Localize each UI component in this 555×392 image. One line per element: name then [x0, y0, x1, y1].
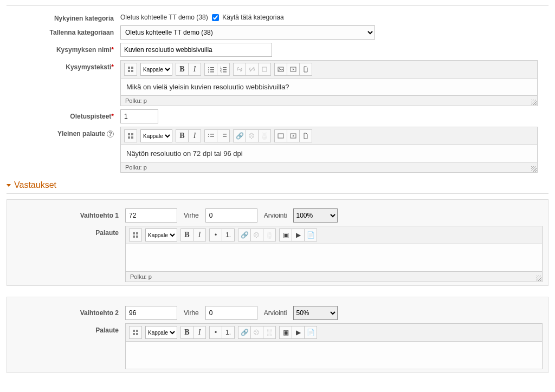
- svg-rect-31: [278, 134, 283, 138]
- default-points-field: [120, 109, 548, 123]
- media-icon[interactable]: ▶: [292, 326, 305, 339]
- svg-rect-29: [223, 134, 227, 135]
- label-grade2: Arviointi: [262, 309, 289, 317]
- label-question-text: Kysymysteksti*: [7, 60, 120, 71]
- choice1-error-input[interactable]: [205, 208, 257, 223]
- feedback2-body[interactable]: [126, 342, 542, 369]
- general-feedback-editor: Kappale BI 🔗⛒░ Näytön resoluutio on 72 d…: [120, 127, 538, 173]
- number-list-icon[interactable]: [217, 129, 230, 142]
- choice1-fields: Virhe Arviointi 100%: [125, 208, 544, 223]
- toolbar-expand-icon[interactable]: [129, 228, 142, 241]
- bold-icon[interactable]: B: [176, 63, 189, 76]
- bullet-list-icon[interactable]: [204, 63, 217, 76]
- question-name-field: [120, 43, 548, 57]
- file-icon[interactable]: 📄: [304, 228, 317, 241]
- toolbar-expand-icon[interactable]: [129, 326, 142, 339]
- image-icon[interactable]: [274, 129, 287, 142]
- anchor-icon[interactable]: ░: [258, 129, 271, 142]
- svg-rect-9: [210, 71, 214, 73]
- label-save-category: Tallenna kategoriaan: [7, 25, 120, 36]
- general-feedback-body[interactable]: Näytön resoluutio on 72 dpi tai 96 dpi: [121, 145, 537, 162]
- link-icon[interactable]: 🔗: [238, 326, 251, 339]
- bullet-list-icon[interactable]: [204, 129, 217, 142]
- svg-rect-5: [210, 67, 214, 68]
- unlink-icon[interactable]: ⛒: [250, 326, 263, 339]
- number-list-icon[interactable]: 123: [217, 63, 230, 76]
- svg-point-4: [208, 67, 209, 68]
- unlink-icon[interactable]: ⛒: [250, 228, 263, 241]
- bullet-list-icon[interactable]: •: [209, 228, 222, 241]
- row-feedback2: Palaute Kappale BI •1. 🔗⛒░ ▣▶📄: [11, 323, 544, 369]
- media-icon[interactable]: ▶: [292, 228, 305, 241]
- bold-icon[interactable]: B: [180, 228, 193, 241]
- editor-path: Polku: p: [126, 271, 542, 282]
- bold-icon[interactable]: B: [176, 129, 189, 142]
- svg-rect-17: [262, 67, 267, 71]
- feedback2-field: Kappale BI •1. 🔗⛒░ ▣▶📄: [125, 323, 544, 369]
- toolbar-format-select[interactable]: Kappale: [140, 129, 172, 142]
- choice2-grade-select[interactable]: 50%: [293, 306, 338, 320]
- current-category-field: Oletus kohteelle TT demo (38) Käytä tätä…: [120, 11, 548, 21]
- row-save-category: Tallenna kategoriaan Oletus kohteelle TT…: [7, 25, 548, 40]
- svg-rect-7: [210, 69, 214, 70]
- image-icon[interactable]: [274, 63, 287, 76]
- save-category-select[interactable]: Oletus kohteelle TT demo (38): [120, 25, 375, 40]
- question-name-input[interactable]: [120, 43, 272, 57]
- label-error2: Virhe: [182, 309, 201, 317]
- label-current-category: Nykyinen kategoria: [7, 11, 120, 22]
- row-current-category: Nykyinen kategoria Oletus kohteelle TT d…: [7, 11, 548, 22]
- choice1-value-input[interactable]: [125, 208, 177, 223]
- number-list-icon[interactable]: 1.: [222, 228, 235, 241]
- image-icon[interactable]: ▣: [279, 228, 292, 241]
- unlink-icon[interactable]: ⛒: [246, 129, 259, 142]
- bullet-list-icon[interactable]: •: [209, 326, 222, 339]
- number-list-icon[interactable]: 1.: [222, 326, 235, 339]
- choice2-error-input[interactable]: [205, 306, 257, 320]
- unlink-icon[interactable]: [246, 63, 259, 76]
- file-icon[interactable]: [299, 63, 312, 76]
- svg-point-8: [208, 71, 209, 73]
- bold-icon[interactable]: B: [180, 326, 193, 339]
- svg-point-25: [208, 134, 209, 135]
- svg-rect-33: [133, 232, 135, 234]
- svg-rect-39: [133, 333, 135, 335]
- italic-icon[interactable]: I: [193, 326, 206, 339]
- feedback1-body[interactable]: [126, 244, 542, 271]
- anchor-icon[interactable]: [258, 63, 271, 76]
- link-icon[interactable]: 🔗: [238, 228, 251, 241]
- toolbar-format-select[interactable]: Kappale: [145, 228, 177, 241]
- feedback2-editor: Kappale BI •1. 🔗⛒░ ▣▶📄: [125, 323, 543, 369]
- link-icon[interactable]: 🔗: [233, 129, 246, 142]
- toolbar-expand-icon[interactable]: [124, 63, 137, 76]
- image-icon[interactable]: ▣: [279, 326, 292, 339]
- question-text-editor: Kappale B I 123: [120, 60, 538, 106]
- toolbar-expand-icon[interactable]: [124, 129, 137, 142]
- anchor-icon[interactable]: ░: [263, 326, 276, 339]
- question-text-body[interactable]: Mikä on vielä yleisin kuvien resoluutio …: [121, 79, 537, 95]
- media-icon[interactable]: [287, 129, 300, 142]
- svg-rect-13: [223, 69, 227, 70]
- label-default-points: Oletuspisteet*: [7, 109, 120, 120]
- section-answers-header[interactable]: Vastaukset: [7, 180, 548, 190]
- current-category-value: Oletus kohteelle TT demo (38): [120, 14, 208, 21]
- default-points-input[interactable]: [120, 109, 158, 123]
- media-icon[interactable]: [287, 63, 300, 76]
- toolbar-format-select[interactable]: Kappale: [145, 326, 177, 339]
- choice1-grade-select[interactable]: 100%: [293, 208, 338, 223]
- italic-icon[interactable]: I: [193, 228, 206, 241]
- italic-icon[interactable]: I: [188, 129, 201, 142]
- svg-rect-2: [128, 70, 130, 72]
- link-icon[interactable]: [233, 63, 246, 76]
- svg-rect-0: [128, 67, 130, 69]
- file-icon[interactable]: [299, 129, 312, 142]
- choice2-value-input[interactable]: [125, 306, 177, 320]
- italic-icon[interactable]: I: [188, 63, 201, 76]
- editor-toolbar: Kappale B I 123: [121, 61, 537, 79]
- svg-rect-38: [136, 330, 138, 332]
- file-icon[interactable]: 📄: [304, 326, 317, 339]
- help-icon[interactable]: ?: [107, 130, 114, 138]
- toolbar-format-select[interactable]: Kappale: [140, 63, 172, 76]
- anchor-icon[interactable]: ░: [263, 228, 276, 241]
- use-category-checkbox[interactable]: [212, 14, 219, 21]
- svg-rect-22: [131, 133, 133, 135]
